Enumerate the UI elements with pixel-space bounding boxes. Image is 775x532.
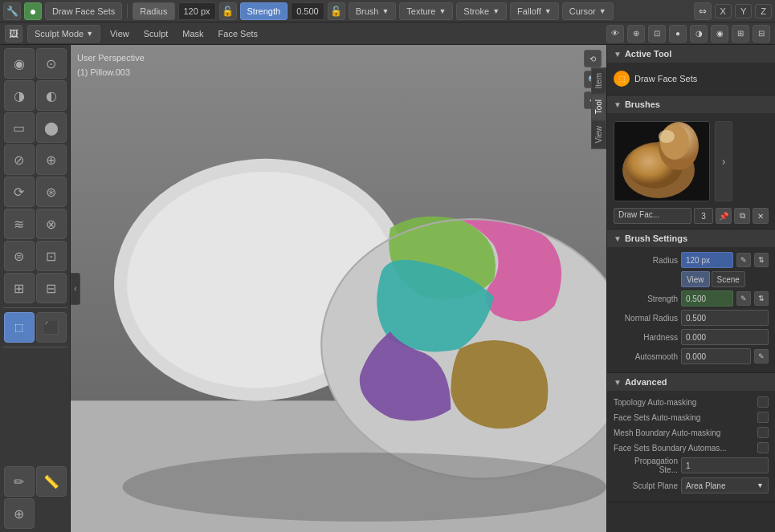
- tool-elastic[interactable]: ⊞: [4, 273, 35, 303]
- blender-logo[interactable]: ●: [24, 2, 42, 20]
- engine-icon[interactable]: 🔧: [3, 2, 21, 20]
- extra-icon1[interactable]: ⊞: [732, 25, 749, 43]
- material-icon[interactable]: ◑: [690, 25, 708, 43]
- radius-value[interactable]: 120 px: [178, 2, 216, 20]
- scene-icon[interactable]: 🖼: [5, 25, 22, 43]
- stroke-button[interactable]: Stroke ▼: [456, 2, 507, 20]
- tool-draw[interactable]: ◉: [4, 48, 35, 79]
- nav-rotate[interactable]: ⟲: [584, 50, 602, 67]
- solid-icon[interactable]: ●: [669, 25, 687, 43]
- strength-setting-value[interactable]: 0.500: [681, 290, 733, 307]
- radius-lock-icon[interactable]: 🔓: [219, 2, 237, 20]
- mask-menu[interactable]: Mask: [177, 27, 208, 40]
- tool-face-sets[interactable]: ⬚: [4, 312, 35, 343]
- texture-button[interactable]: Texture ▼: [399, 2, 453, 20]
- tool-inflate[interactable]: ▭: [4, 112, 35, 143]
- brush-name-field[interactable]: Draw Fac...: [614, 208, 691, 224]
- tool-transform[interactable]: ⊕: [4, 498, 35, 529]
- strength-value[interactable]: 0.500: [291, 2, 324, 20]
- strength-button[interactable]: Strength: [240, 2, 288, 20]
- brush-settings-header[interactable]: ▼ Brush Settings: [607, 229, 775, 247]
- brush-pin-btn[interactable]: 📌: [716, 208, 732, 224]
- tool-face-sets2[interactable]: ⬛: [36, 312, 67, 343]
- tool-scrape[interactable]: ≋: [4, 209, 35, 239]
- sculpt-plane-dropdown[interactable]: Area Plane ▼: [681, 477, 769, 493]
- autosmooth-value[interactable]: 0.000: [681, 348, 751, 364]
- tool-row-bottom1: ✏ 📏: [4, 466, 67, 497]
- x-btn[interactable]: X: [715, 4, 732, 18]
- tool-clay[interactable]: ◑: [4, 80, 35, 111]
- radius-button[interactable]: Radius: [133, 2, 174, 20]
- tool-draw2[interactable]: ⊙: [36, 48, 67, 79]
- tool-fill[interactable]: ⊛: [36, 177, 67, 207]
- tool-multires[interactable]: ⊗: [36, 209, 67, 239]
- sculpt-menu[interactable]: Sculpt: [139, 27, 173, 40]
- topology-automasking-checkbox[interactable]: [757, 396, 769, 408]
- radius-random-icon[interactable]: ⇅: [754, 253, 769, 267]
- unit-view-btn[interactable]: View: [681, 271, 710, 287]
- brush-button[interactable]: Brush ▼: [349, 2, 397, 20]
- extra-icon2[interactable]: ⊟: [753, 25, 770, 43]
- overlay-icon[interactable]: ⊕: [627, 25, 645, 43]
- unit-scene-btn[interactable]: Scene: [712, 271, 745, 287]
- sculpt-plane-label: Sculpt Plane: [614, 481, 678, 490]
- tool-row-1: ◉ ⊙: [4, 48, 67, 79]
- render-icon[interactable]: ◉: [711, 25, 728, 43]
- normal-radius-value[interactable]: 0.500: [681, 310, 769, 326]
- tool-snake[interactable]: ⊟: [36, 273, 67, 303]
- facesets-automasking-checkbox[interactable]: [757, 412, 769, 423]
- autosmooth-edit-icon[interactable]: ✎: [754, 349, 769, 363]
- tool-measure[interactable]: 📏: [36, 466, 67, 497]
- cursor-button[interactable]: Cursor ▼: [562, 2, 614, 20]
- strength-lock-icon[interactable]: 🔓: [328, 2, 345, 20]
- brush-expand-button[interactable]: ›: [715, 121, 732, 201]
- symmetry-icon[interactable]: ⇔: [694, 2, 712, 20]
- right-panel: Item Tool View ▼ Active Tool ⬚ Draw Face…: [606, 45, 775, 532]
- tool-clay2[interactable]: ◐: [36, 80, 67, 111]
- falloff-button[interactable]: Falloff ▼: [510, 2, 559, 20]
- face-sets-menu[interactable]: Face Sets: [214, 27, 263, 40]
- brush-settings-title: Brush Settings: [625, 234, 687, 243]
- brush-preview-svg: [614, 122, 710, 201]
- viewport-shading-icon[interactable]: 👁: [606, 25, 624, 43]
- brush-count[interactable]: 3: [694, 208, 713, 224]
- viewport[interactable]: User Perspective (1) Pillow.003 ⟲ 🔍 ✥ ‹: [71, 45, 606, 532]
- tool-row-9: ⬚ ⬛: [4, 312, 67, 343]
- topology-automasking-label: Topology Auto-masking: [614, 398, 696, 407]
- facesets-boundary-label: Face Sets Boundary Automas...: [614, 444, 727, 453]
- mesh-boundary-automasking-checkbox[interactable]: [757, 427, 769, 438]
- tool-name-button[interactable]: Draw Face Sets: [45, 2, 122, 20]
- brush-delete-btn[interactable]: ✕: [753, 208, 769, 224]
- facesets-boundary-checkbox[interactable]: [757, 442, 769, 453]
- brush-settings-section: ▼ Brush Settings Radius 120 px ✎ ⇅ Radiu…: [607, 229, 775, 373]
- active-tool-section: ▼ Active Tool ⬚ Draw Face Sets: [607, 45, 775, 95]
- view-menu[interactable]: View: [105, 27, 134, 40]
- tool-flatten[interactable]: ⟳: [4, 177, 35, 207]
- brushes-header[interactable]: ▼ Brushes: [607, 95, 775, 113]
- active-tool-header[interactable]: ▼ Active Tool: [607, 45, 775, 63]
- strength-setting-label: Strength: [614, 294, 678, 303]
- z-btn[interactable]: Z: [755, 4, 772, 18]
- strength-edit-icon[interactable]: ✎: [736, 291, 751, 306]
- tool-annotate[interactable]: ✏: [4, 466, 35, 497]
- active-tool-icon: ⬚: [614, 71, 630, 87]
- strength-random-icon[interactable]: ⇅: [754, 291, 769, 306]
- left-panel-toggle[interactable]: ‹: [71, 273, 80, 305]
- wire-icon[interactable]: ⊡: [648, 25, 666, 43]
- brush-name-row: Draw Fac... 3 📌 ⧉ ✕: [614, 208, 769, 224]
- brush-copy-btn[interactable]: ⧉: [734, 208, 750, 224]
- sculpt-mode-button[interactable]: Sculpt Mode ▼: [27, 25, 100, 43]
- tool-smooth[interactable]: ⊕: [36, 144, 67, 175]
- tool-pinch[interactable]: ⊜: [4, 241, 35, 271]
- y-btn[interactable]: Y: [735, 4, 752, 18]
- radius-edit-icon[interactable]: ✎: [736, 253, 751, 267]
- tool-blob[interactable]: ⬤: [36, 112, 67, 143]
- tool-crease[interactable]: ⊘: [4, 144, 35, 175]
- propagation-value[interactable]: 1: [681, 457, 769, 473]
- advanced-header[interactable]: ▼ Advanced: [607, 373, 775, 391]
- hardness-value[interactable]: 0.000: [681, 329, 769, 345]
- tool-grab[interactable]: ⊡: [36, 241, 67, 271]
- advanced-section: ▼ Advanced Topology Auto-masking Face Se…: [607, 373, 775, 502]
- facesets-automasking-row: Face Sets Auto-masking: [614, 411, 769, 424]
- radius-setting-value[interactable]: 120 px: [681, 252, 733, 268]
